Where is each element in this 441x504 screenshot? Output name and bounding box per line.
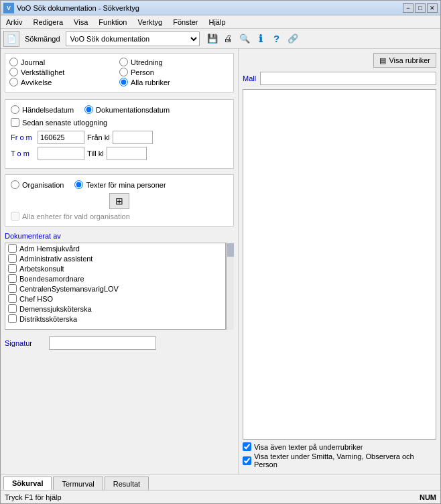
list-checkbox-7[interactable] (8, 314, 17, 323)
date-section: Händelsedatum Dokumentationsdatum Sedan … (5, 99, 234, 169)
radio-avvikelse-label: Avvikelse (21, 78, 52, 86)
radio-dokumentationsdatum-label: Dokumentationsdatum (96, 106, 170, 114)
toolbar-new-button[interactable]: 📄 (3, 31, 19, 47)
list-scrollbar[interactable] (226, 243, 234, 330)
main-window: V VoO Sök dokumentation - Sökverktyg − □… (0, 0, 441, 504)
visa-texter-checkbox[interactable] (243, 456, 251, 465)
radio-dokumentationsdatum-input[interactable] (84, 105, 93, 114)
tab-resultat[interactable]: Resultat (105, 477, 149, 490)
org-expand-button[interactable]: ⊞ (109, 193, 129, 209)
radio-person-input[interactable] (119, 68, 128, 76)
toolbar-save-icon[interactable]: 💾 (205, 32, 220, 46)
fran-kl-label: Från kl (87, 133, 110, 141)
list-label-4: CentralenSystemansvarigLOV (19, 285, 119, 293)
title-bar-buttons: − □ ✕ (403, 3, 438, 13)
menu-visa[interactable]: Visa (68, 15, 93, 28)
sokmangd-label: Sökmängd (22, 35, 63, 43)
radio-handelsedatum-input[interactable] (11, 105, 19, 114)
radio-organisation-input[interactable] (11, 180, 19, 189)
radio-texter-mina: Texter för mina personer (74, 180, 166, 189)
menu-redigera[interactable]: Redigera (27, 15, 68, 28)
radio-texter-mina-input[interactable] (74, 180, 83, 189)
from-row: Fr o m Från kl (11, 131, 228, 144)
radio-texter-mina-label: Texter för mina personer (86, 181, 166, 189)
toolbar-print-icon[interactable]: 🖨 (221, 32, 236, 46)
toolbar-search-icon[interactable]: 🔍 (237, 32, 252, 46)
tab-sokurval[interactable]: Sökurval (3, 477, 52, 490)
from-date-input[interactable] (38, 131, 84, 144)
right-panel: ▤ Visa rubriker Mall Visa även texter på… (239, 49, 440, 474)
right-toolbar: ▤ Visa rubriker (243, 53, 436, 68)
toolbar-icons: 💾 🖨 🔍 ℹ ? 🔗 (205, 32, 300, 46)
radio-verkstallighet-input[interactable] (9, 68, 18, 76)
list-label-3: Boendesamordnare (19, 275, 84, 283)
radio-handelsedatum: Händelsedatum (11, 105, 74, 114)
radio-utredning-input[interactable] (119, 58, 128, 66)
signatur-row: Signatur (5, 336, 234, 350)
list-item: Arbetskonsult (5, 263, 225, 273)
scrollbar-thumb[interactable] (227, 243, 234, 257)
list-checkbox-4[interactable] (8, 284, 17, 293)
radio-alla-rubriker: Alla rubriker (119, 78, 229, 86)
radio-alla-rubriker-input[interactable] (119, 78, 128, 86)
sokmangd-select[interactable]: VoO Sök dokumentation (66, 32, 200, 46)
visa-rubriker-button[interactable]: ▤ Visa rubriker (373, 53, 436, 68)
window-title: VoO Sök dokumentation - Sökverktyg (17, 4, 139, 12)
toolbar-help-icon[interactable]: ? (269, 32, 284, 46)
till-kl-input[interactable] (107, 147, 147, 160)
mall-input[interactable] (260, 72, 436, 85)
sedan-senaste-row: Sedan senaste utloggning (11, 118, 228, 127)
radio-organisation-label: Organisation (22, 181, 64, 189)
menu-verktyg[interactable]: Verktyg (133, 15, 168, 28)
close-button[interactable]: ✕ (427, 3, 438, 13)
mall-label: Mall (243, 74, 256, 82)
sedan-senaste-checkbox[interactable] (11, 118, 19, 127)
tom-label: T o m (11, 149, 38, 158)
radio-person: Person (119, 68, 229, 76)
list-item: Distriktssköterska (5, 314, 225, 324)
list-checkbox-5[interactable] (8, 294, 17, 303)
tom-date-input[interactable] (38, 147, 84, 160)
dokumenterat-av-section: Dokumenterat av Adm Hemsjukvård Administ… (5, 232, 234, 330)
tom-row: T o m Till kl (11, 147, 228, 160)
minimize-button[interactable]: − (403, 3, 414, 13)
all-units-label: Alla enheter för vald organisation (22, 212, 130, 220)
list-label-7: Distriktssköterska (19, 315, 77, 323)
radio-avvikelse-input[interactable] (9, 78, 18, 86)
org-button-row: ⊞ (11, 193, 228, 209)
list-checkbox-6[interactable] (8, 304, 17, 313)
dokumenterat-av-list[interactable]: Adm Hemsjukvård Administrativ assistent … (5, 243, 226, 330)
list-item: Demenssjuksköterska (5, 304, 225, 314)
toolbar-link-icon[interactable]: 🔗 (286, 32, 300, 46)
tab-termurval[interactable]: Termurval (53, 477, 103, 490)
visa-underrubriker-row: Visa även texter på underrubriker (243, 442, 436, 451)
radio-alla-rubriker-label: Alla rubriker (131, 78, 170, 86)
list-item: Chef HSO (5, 294, 225, 304)
radio-handelsedatum-label: Händelsedatum (22, 106, 74, 114)
fran-kl-input[interactable] (113, 131, 153, 144)
list-checkbox-3[interactable] (8, 274, 17, 283)
till-kl-label: Till kl (87, 149, 104, 158)
status-num-text: NUM (420, 493, 436, 501)
content-area: Journal Utredning Verkställighet Person (1, 49, 440, 474)
list-item: CentralenSystemansvarigLOV (5, 284, 225, 294)
signatur-input[interactable] (49, 336, 156, 350)
menu-arkiv[interactable]: Arkiv (1, 15, 27, 28)
list-item: Boendesamordnare (5, 273, 225, 284)
visa-texter-label: Visa texter under Smitta, Varning, Obser… (254, 452, 436, 468)
list-item: Administrativ assistent (5, 253, 225, 263)
menu-funktion[interactable]: Funktion (93, 15, 132, 28)
list-checkbox-0[interactable] (8, 244, 17, 253)
toolbar-info-icon[interactable]: ℹ (253, 32, 268, 46)
radio-avvikelse: Avvikelse (9, 78, 119, 86)
list-label-2: Arbetskonsult (19, 265, 64, 273)
list-checkbox-1[interactable] (8, 254, 17, 263)
visa-underrubriker-checkbox[interactable] (243, 442, 251, 451)
menu-fonster[interactable]: Fönster (168, 15, 203, 28)
menu-hjalp[interactable]: Hjälp (203, 15, 231, 28)
restore-button[interactable]: □ (415, 3, 426, 13)
text-area-box[interactable] (243, 89, 436, 440)
radio-journal-input[interactable] (9, 58, 18, 66)
list-checkbox-2[interactable] (8, 264, 17, 273)
from-label: Fr o m (11, 133, 38, 141)
